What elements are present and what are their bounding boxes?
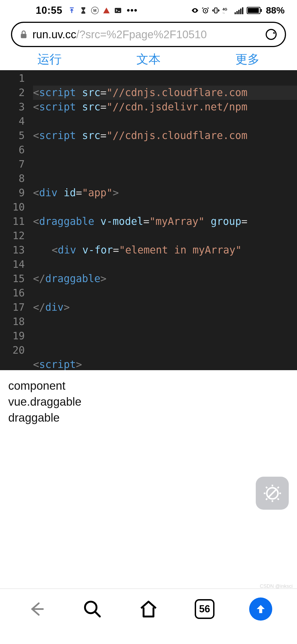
line-number: 20 (0, 343, 25, 358)
status-bar: 10:55 M ••• 4G↑↓ 88% (0, 0, 297, 21)
code-line: </draggable> (33, 272, 297, 286)
tab-more[interactable]: 更多 (198, 48, 297, 70)
svg-rect-15 (21, 34, 27, 38)
status-right: 4G↑↓ 88% (191, 5, 285, 16)
home-button[interactable] (136, 597, 161, 621)
svg-text:4G: 4G (222, 7, 227, 11)
svg-rect-10 (240, 9, 241, 14)
line-number: 15 (0, 272, 25, 286)
code-editor[interactable]: 1 2 3 4 5 6 7 8 9 10 11 12 13 14 15 16 1… (0, 70, 297, 370)
battery-percent: 88% (266, 5, 285, 16)
code-line (33, 329, 297, 343)
reload-icon[interactable] (265, 28, 277, 40)
url-bar[interactable]: run.uv.cc/?src=%2Fpage%2F10510 (11, 22, 286, 47)
code-line: </div> (33, 300, 297, 315)
settings-fab[interactable] (256, 477, 289, 510)
code-body[interactable]: <script src="//cdnjs.cloudflare.com <scr… (33, 70, 297, 370)
terminal-icon (114, 7, 122, 14)
line-number: 3 (0, 100, 25, 114)
page-tabs: 运行 文本 更多 (0, 48, 297, 70)
code-line: <script src="//cdn.jsdelivr.net/npm (33, 100, 297, 114)
home-icon (139, 599, 158, 619)
line-number: 19 (0, 329, 25, 343)
code-line: <div id="app"> (33, 186, 297, 200)
upload-icon (68, 7, 76, 14)
preview-output: component vue.draggable draggable (0, 370, 297, 433)
tabs-button[interactable]: 56 (192, 597, 217, 621)
code-line: <draggable v-model="myArray" group= (33, 214, 297, 229)
line-number: 13 (0, 243, 25, 257)
eye-icon (191, 7, 199, 14)
more-icon: ••• (127, 5, 138, 15)
line-number: 12 (0, 229, 25, 243)
tab-text[interactable]: 文本 (99, 48, 198, 70)
svg-rect-7 (235, 12, 236, 14)
gear-wrench-icon (262, 483, 283, 504)
output-line[interactable]: component (8, 378, 289, 394)
code-line: <script src="//cdnjs.cloudflare.com (33, 129, 297, 143)
arrow-left-icon (26, 599, 46, 619)
line-number: 14 (0, 257, 25, 272)
line-number: 10 (0, 200, 25, 214)
signal-icon (235, 7, 244, 14)
url-rest: /?src=%2Fpage%2F10510 (76, 28, 207, 40)
output-line[interactable]: draggable (8, 410, 289, 426)
svg-rect-11 (242, 7, 243, 14)
line-number: 17 (0, 300, 25, 315)
line-gutter: 1 2 3 4 5 6 7 8 9 10 11 12 13 14 15 16 1… (0, 70, 33, 370)
url-bar-row: run.uv.cc/?src=%2Fpage%2F10510 (0, 21, 297, 48)
tab-run[interactable]: 运行 (0, 48, 99, 70)
line-number: 6 (0, 143, 25, 157)
line-number: 2 (0, 86, 25, 100)
tab-count: 56 (195, 599, 215, 619)
code-line (33, 157, 297, 171)
svg-rect-2 (115, 8, 121, 13)
svg-text:M: M (93, 8, 97, 12)
battery-icon (247, 7, 262, 14)
vibrate-icon (212, 7, 220, 14)
line-number: 11 (0, 214, 25, 229)
line-number: 1 (0, 71, 25, 86)
code-line: <div v-for="element in myArray" (33, 243, 297, 257)
svg-point-16 (266, 29, 276, 39)
letter-m-icon: M (91, 7, 99, 14)
svg-text:↑↓: ↑↓ (222, 12, 225, 14)
svg-rect-4 (215, 8, 217, 13)
triangle-icon (103, 7, 110, 14)
output-line[interactable]: vue.draggable (8, 394, 289, 410)
url-text: run.uv.cc/?src=%2Fpage%2F10510 (32, 28, 260, 41)
line-number: 16 (0, 286, 25, 300)
search-button[interactable] (80, 597, 105, 621)
lock-icon (20, 30, 28, 39)
status-left: 10:55 M ••• (36, 5, 138, 16)
line-number: 8 (0, 171, 25, 186)
line-number: 7 (0, 157, 25, 171)
clock-time: 10:55 (36, 5, 62, 16)
4g-icon: 4G↑↓ (222, 7, 232, 14)
svg-rect-9 (238, 10, 240, 14)
svg-rect-13 (248, 8, 259, 13)
url-host: run.uv.cc (32, 28, 76, 40)
share-up-button[interactable] (248, 597, 273, 621)
line-number: 4 (0, 114, 25, 129)
alarm-icon (202, 7, 209, 14)
line-number: 5 (0, 129, 25, 143)
line-number: 18 (0, 315, 25, 329)
svg-rect-8 (237, 11, 238, 14)
code-line: <script> (33, 358, 297, 370)
svg-rect-14 (261, 9, 262, 12)
line-number: 9 (0, 186, 25, 200)
back-button[interactable] (24, 597, 49, 621)
circle-arrow-up-icon (249, 597, 272, 621)
code-line: <script src="//cdnjs.cloudflare.com (33, 86, 297, 100)
bottom-nav: 56 (0, 589, 297, 644)
search-icon (82, 599, 102, 619)
hourglass-icon (79, 7, 87, 14)
